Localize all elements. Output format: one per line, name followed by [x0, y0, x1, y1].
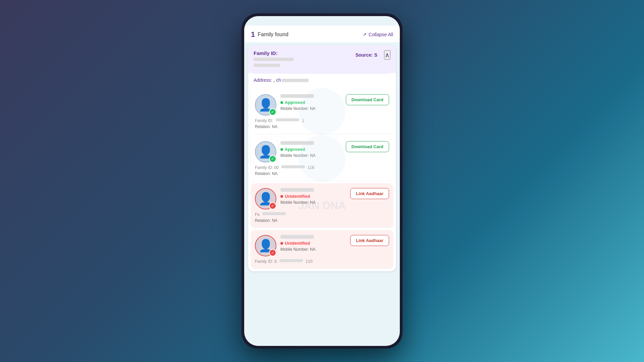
member-name-blur-3 — [280, 188, 314, 192]
collapse-chevron-button[interactable]: ∧ — [384, 50, 390, 60]
status-dot-approved — [280, 101, 283, 104]
status-text-2: Approved — [285, 147, 305, 152]
mobile-number-3: Mobile Number: NA — [280, 200, 346, 205]
family-found-text: Family found — [258, 32, 288, 38]
family-card: Family ID: Source: S ∧ Address: , ch — [248, 46, 396, 271]
family-id-blur-2 — [281, 165, 305, 168]
family-id-label: Family ID: — [254, 50, 278, 56]
status-bar — [244, 16, 400, 25]
member-item-unidentified: JAN DNA 👤 ✓ — [251, 183, 393, 228]
check-badge-red-4: ✓ — [269, 249, 276, 256]
address-row: Address: , ch — [248, 73, 396, 87]
member-item: 👤 ✓ Approved Mobile Number: NA — [251, 89, 393, 134]
avatar-container-4: 👤 ✓ — [255, 235, 276, 256]
check-badge-green-2: ✓ — [269, 155, 276, 163]
status-dot-unidentified-3 — [280, 195, 283, 198]
family-id-blur-4 — [279, 259, 303, 262]
status-text-4: Unidentified — [285, 241, 310, 246]
check-badge-red-3: ✓ — [269, 202, 276, 209]
status-dot-unidentified-4 — [280, 242, 283, 245]
link-aadhaar-button-4[interactable]: Link Aadhaar — [350, 235, 389, 246]
family-found-left: 1 Family found — [251, 30, 288, 39]
family-id-value-blur-1 — [254, 58, 294, 61]
member-info-4: Unidentified Mobile Number: NA — [280, 235, 346, 252]
member-list: 👤 ✓ Approved Mobile Number: NA — [248, 89, 396, 268]
external-link-icon: ↗ — [363, 32, 367, 37]
member-name-blur-4 — [280, 235, 314, 239]
phone-screen: 1 Family found ↗ Collapse All Family ID: — [244, 16, 400, 346]
member-status-3: Unidentified — [280, 194, 346, 199]
member-info-2: Approved Mobile Number: NA — [280, 141, 342, 158]
member-info: Approved Mobile Number: NA — [280, 94, 342, 111]
family-id-value-1: 1 — [302, 118, 304, 123]
link-aadhaar-button-3[interactable]: Link Aadhaar — [350, 188, 389, 199]
family-found-section: 1 Family found ↗ Collapse All — [244, 25, 400, 42]
member-status: Approved — [280, 100, 342, 105]
mobile-number-4: Mobile Number: NA — [280, 247, 346, 252]
family-id-inline-4: Family ID: S — [255, 259, 277, 264]
mobile-number-2: Mobile Number: NA — [280, 153, 342, 158]
status-dot-approved-2 — [280, 148, 283, 151]
collapse-all-label: Collapse All — [369, 32, 393, 37]
member-status-4: Unidentified — [280, 241, 346, 246]
member-info-3: Unidentified Mobile Number: NA — [280, 188, 346, 205]
family-card-header: Family ID: Source: S ∧ — [248, 46, 396, 73]
family-id-blur-1 — [276, 118, 299, 121]
content-area: Family ID: Source: S ∧ Address: , ch — [244, 42, 400, 339]
address-blur — [282, 79, 309, 82]
member-item-unidentified-4: 👤 ✓ Unidentified Mobile Number: — [251, 230, 393, 268]
relation-2: Relation: NA — [255, 171, 389, 176]
member-status-2: Approved — [280, 147, 342, 152]
mobile-number-1: Mobile Number: NA — [280, 106, 342, 111]
status-text-3: Unidentified — [285, 194, 310, 199]
family-id-inline-3: Fa — [255, 212, 260, 217]
avatar-container-2: 👤 ✓ — [255, 141, 276, 163]
member-item: 👤 ✓ Approved Mobile Number: NA — [251, 136, 393, 181]
address-label: Address: , ch — [254, 77, 281, 83]
avatar-container-3: 👤 ✓ — [255, 188, 276, 209]
member-name-blur — [280, 94, 314, 98]
family-id-section: Family ID: — [254, 50, 356, 68]
family-id-inline-1: Family ID: — [255, 118, 273, 123]
family-count: 1 — [251, 30, 255, 39]
source-label: Source: S — [356, 52, 377, 58]
download-card-button-2[interactable]: Download Card — [346, 141, 389, 152]
phone-frame: 1 Family found ↗ Collapse All Family ID: — [241, 13, 402, 349]
family-id-value-2: 118 — [308, 165, 314, 170]
member-name-blur-2 — [280, 141, 314, 145]
family-id-value-blur-2 — [254, 64, 280, 67]
family-id-value-4: 110 — [306, 259, 312, 264]
check-badge-green: ✓ — [269, 108, 276, 116]
family-id-blur-3 — [262, 212, 286, 215]
download-card-button-1[interactable]: Download Card — [346, 94, 389, 105]
family-id-inline-2: Family ID: 00 — [255, 165, 279, 170]
collapse-all-button[interactable]: ↗ Collapse All — [363, 32, 393, 37]
relation-3: Relation: NA — [255, 218, 389, 223]
relation-1: Relation: NA — [255, 124, 389, 129]
avatar-container: 👤 ✓ — [255, 94, 276, 116]
status-text: Approved — [285, 100, 305, 105]
